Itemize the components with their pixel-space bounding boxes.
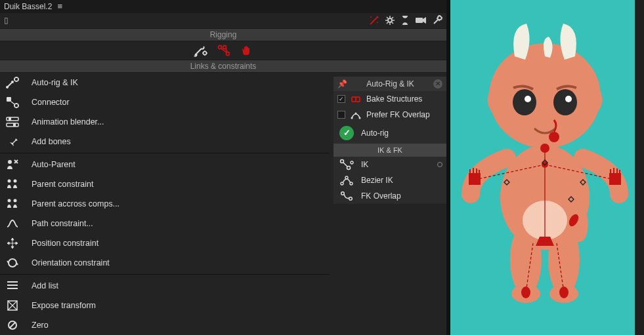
bezier-icon bbox=[337, 174, 356, 186]
menu-autoparent[interactable]: Auto-Parent bbox=[0, 155, 330, 174]
sub-bezier-label: Bezier IK bbox=[361, 176, 393, 185]
svg-rect-3 bbox=[416, 18, 423, 23]
svg-point-59 bbox=[549, 132, 559, 142]
svg-point-9 bbox=[11, 81, 14, 83]
checkbox-icon[interactable] bbox=[337, 95, 345, 103]
svg-point-33 bbox=[351, 161, 353, 164]
svg-rect-26 bbox=[353, 98, 355, 101]
structure-tool-icon[interactable] bbox=[217, 44, 231, 57]
hand-tool-icon[interactable] bbox=[240, 44, 253, 57]
menu-parentaccross[interactable]: Parent accross comps... bbox=[0, 194, 330, 214]
svg-point-20 bbox=[8, 199, 11, 202]
menu-parentconstraint[interactable]: Parent constraint bbox=[0, 174, 330, 194]
svg-point-47 bbox=[553, 89, 577, 115]
preferfk-row[interactable]: Prefer FK Overlap bbox=[333, 107, 446, 123]
expose-icon bbox=[5, 298, 20, 313]
menu-zero[interactable]: Zero bbox=[0, 315, 330, 335]
connector-icon bbox=[5, 95, 20, 109]
bake-structures-row[interactable]: Bake Structures bbox=[333, 91, 446, 107]
svg-point-48 bbox=[525, 96, 531, 102]
composition-viewport[interactable] bbox=[446, 0, 644, 335]
bake-label: Bake Structures bbox=[366, 94, 422, 104]
menu-exposetransform-label: Expose transform bbox=[32, 301, 96, 310]
svg-point-58 bbox=[559, 286, 569, 298]
svg-point-57 bbox=[521, 286, 530, 298]
svg-point-1 bbox=[377, 22, 378, 23]
subpanel-header: 📌 Auto-Rig & IK ✕ bbox=[333, 77, 446, 91]
svg-point-32 bbox=[347, 166, 351, 169]
svg-rect-11 bbox=[7, 97, 11, 102]
sub-bezierik[interactable]: Bezier IK bbox=[333, 172, 446, 188]
menu-orientationconstraint[interactable]: Orientation constraint bbox=[0, 253, 330, 273]
magic-icon[interactable] bbox=[369, 15, 379, 26]
sub-fkoverlap[interactable]: FK Overlap bbox=[333, 188, 446, 204]
fk-icon bbox=[351, 110, 361, 119]
menu-positionconstraint[interactable]: Position constraint bbox=[0, 233, 330, 253]
checkbox-icon[interactable] bbox=[337, 111, 345, 119]
pin-icon bbox=[5, 134, 20, 149]
close-icon[interactable]: ✕ bbox=[433, 79, 442, 89]
menu-connector[interactable]: Connector bbox=[0, 92, 330, 112]
svg-point-2 bbox=[388, 18, 392, 22]
autorig-subpanel: 📌 Auto-Rig & IK ✕ Bake Structures Prefer… bbox=[333, 77, 446, 204]
panel-title: Duik Bassel.2 bbox=[4, 2, 52, 11]
menu-animblender-label: Animation blender... bbox=[32, 117, 104, 127]
svg-point-17 bbox=[8, 160, 12, 164]
menu-orientationconstraint-label: Orientation constraint bbox=[32, 258, 110, 267]
menu-addlist-label: Add list bbox=[32, 281, 58, 290]
sub-ik[interactable]: IK bbox=[333, 157, 446, 172]
gear-icon[interactable] bbox=[385, 15, 395, 26]
menu-addbones-label: Add bones bbox=[32, 137, 71, 146]
svg-point-4 bbox=[204, 51, 207, 54]
menu-autoparent-label: Auto-Parent bbox=[32, 160, 75, 169]
menu-animblender[interactable]: Animation blender... bbox=[0, 112, 330, 132]
menu-pathconstraint[interactable]: Path constraint... bbox=[0, 214, 330, 233]
autoparent-icon bbox=[5, 157, 20, 172]
svg-rect-22 bbox=[11, 203, 13, 208]
fkoverlap-icon bbox=[337, 190, 356, 202]
svg-point-46 bbox=[513, 89, 536, 115]
svg-point-30 bbox=[359, 117, 361, 119]
svg-point-55 bbox=[540, 144, 549, 153]
svg-point-0 bbox=[370, 16, 372, 18]
svg-rect-13 bbox=[7, 117, 18, 121]
constraints-list: Auto-rig & IK Connector Animation blende… bbox=[0, 73, 330, 335]
ikfk-section: IK & FK bbox=[333, 144, 446, 157]
svg-rect-27 bbox=[356, 98, 359, 101]
menu-connector-label: Connector bbox=[32, 98, 70, 107]
menu-exposetransform[interactable]: Expose transform bbox=[0, 296, 330, 315]
svg-point-5 bbox=[219, 45, 222, 49]
option-circle-icon[interactable] bbox=[437, 162, 442, 167]
hourglass-icon[interactable] bbox=[400, 15, 410, 26]
preferfk-label: Prefer FK Overlap bbox=[366, 110, 430, 119]
section-links: Links & constraints bbox=[0, 60, 446, 73]
menu-addlist[interactable]: Add list bbox=[0, 276, 330, 296]
ik-icon bbox=[337, 159, 356, 170]
menu-parentconstraint-label: Parent constraint bbox=[32, 180, 94, 189]
menu-autorigik[interactable]: Auto-rig & IK bbox=[0, 73, 330, 92]
section-links-label: Links & constraints bbox=[190, 62, 257, 71]
menu-pathconstraint-label: Path constraint... bbox=[32, 219, 93, 228]
svg-point-8 bbox=[6, 86, 9, 89]
menu-addbones[interactable]: Add bones bbox=[0, 132, 330, 151]
viewport-scrollbar[interactable] bbox=[635, 0, 644, 335]
bone-tool-icon[interactable] bbox=[193, 44, 207, 57]
note-icon[interactable]: ▯ bbox=[4, 16, 9, 25]
tools-icon[interactable] bbox=[432, 15, 442, 26]
subpanel-title: Auto-Rig & IK bbox=[366, 79, 414, 89]
menu-zero-label: Zero bbox=[32, 321, 49, 330]
svg-point-29 bbox=[355, 112, 357, 114]
menu-parentaccross-label: Parent accross comps... bbox=[32, 199, 119, 208]
svg-point-19 bbox=[14, 179, 17, 182]
list-icon bbox=[5, 279, 20, 293]
zero-icon bbox=[5, 318, 20, 332]
camera-icon[interactable] bbox=[415, 16, 427, 25]
svg-point-28 bbox=[351, 117, 353, 119]
pin-icon[interactable]: 📌 bbox=[337, 79, 347, 89]
parentaccross-icon bbox=[5, 197, 20, 211]
svg-point-6 bbox=[226, 52, 230, 55]
animblender-icon bbox=[5, 115, 20, 129]
autorig-button[interactable]: Auto-rig bbox=[333, 123, 446, 144]
menu-icon[interactable]: ≡ bbox=[57, 1, 62, 11]
svg-point-21 bbox=[14, 199, 17, 202]
